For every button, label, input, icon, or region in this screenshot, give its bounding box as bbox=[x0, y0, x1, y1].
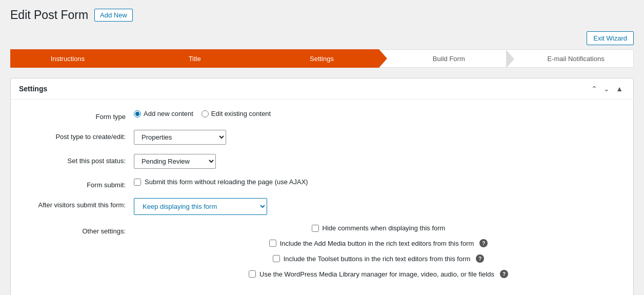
hide-comments-checkbox[interactable] bbox=[312, 225, 319, 232]
toggle-button[interactable]: ▲ bbox=[614, 84, 625, 94]
radio-add-new-input[interactable] bbox=[134, 110, 141, 117]
toolset-buttons-option[interactable]: Include the Toolset buttons in the rich … bbox=[273, 254, 485, 263]
other-settings-label: Other settings: bbox=[21, 224, 134, 235]
radio-edit-existing[interactable]: Edit existing content bbox=[202, 110, 271, 117]
wizard-steps: Instructions Title Settings Build Form E… bbox=[10, 49, 634, 68]
after-submit-row: After visitors submit this form: Keep di… bbox=[11, 198, 633, 215]
add-media-help-icon[interactable]: ? bbox=[479, 239, 488, 247]
collapse-up-button[interactable]: ⌃ bbox=[589, 84, 599, 94]
exit-wizard-row: Exit Wizard bbox=[0, 27, 644, 49]
settings-panel: Settings ⌃ ⌄ ▲ Form type Add new content… bbox=[10, 78, 634, 295]
radio-edit-existing-input[interactable] bbox=[202, 110, 209, 117]
media-library-option[interactable]: Use the WordPress Media Library manager … bbox=[249, 270, 508, 278]
post-type-row: Post type to create/edit: Properties bbox=[11, 130, 633, 145]
settings-body: Form type Add new content Edit existing … bbox=[11, 100, 633, 295]
other-settings-content: Hide comments when displaying this form … bbox=[134, 224, 623, 278]
form-submit-row: Form submit: Submit this form without re… bbox=[11, 178, 633, 189]
other-settings-row: Other settings: Hide comments when displ… bbox=[11, 224, 633, 278]
after-submit-select[interactable]: Keep displaying this form Redirect to UR… bbox=[134, 198, 267, 215]
add-media-checkbox[interactable] bbox=[269, 240, 276, 247]
exit-wizard-button[interactable]: Exit Wizard bbox=[587, 31, 634, 45]
toolset-buttons-checkbox[interactable] bbox=[273, 255, 280, 262]
step-settings[interactable]: Settings bbox=[252, 49, 379, 68]
post-status-select[interactable]: Pending Review Draft Published bbox=[134, 154, 216, 169]
radio-add-new[interactable]: Add new content bbox=[134, 110, 193, 117]
add-new-button[interactable]: Add New bbox=[94, 9, 133, 22]
ajax-checkbox[interactable] bbox=[134, 179, 141, 186]
settings-panel-controls: ⌃ ⌄ ▲ bbox=[589, 84, 625, 94]
hide-comments-option[interactable]: Hide comments when displaying this form bbox=[312, 224, 446, 232]
post-type-content: Properties bbox=[134, 130, 623, 145]
page-title: Edit Post Form bbox=[10, 8, 88, 22]
post-status-content: Pending Review Draft Published bbox=[134, 154, 623, 169]
settings-panel-title: Settings bbox=[19, 85, 47, 93]
form-type-radio-group: Add new content Edit existing content bbox=[134, 110, 271, 117]
collapse-down-button[interactable]: ⌄ bbox=[601, 84, 612, 94]
step-email-notifications[interactable]: E-mail Notifications bbox=[506, 49, 634, 68]
after-submit-label: After visitors submit this form: bbox=[21, 198, 134, 209]
add-media-option[interactable]: Include the Add Media button in the rich… bbox=[269, 239, 488, 247]
toolset-buttons-help-icon[interactable]: ? bbox=[476, 254, 484, 263]
step-instructions[interactable]: Instructions bbox=[10, 49, 125, 68]
form-submit-label: Form submit: bbox=[21, 178, 134, 189]
media-library-help-icon[interactable]: ? bbox=[500, 270, 508, 278]
settings-panel-header: Settings ⌃ ⌄ ▲ bbox=[11, 78, 633, 100]
ajax-checkbox-label[interactable]: Submit this form without reloading the p… bbox=[134, 178, 308, 186]
form-type-content: Add new content Edit existing content bbox=[134, 110, 623, 117]
post-type-select[interactable]: Properties bbox=[134, 130, 226, 145]
post-status-row: Set this post status: Pending Review Dra… bbox=[11, 154, 633, 169]
post-status-label: Set this post status: bbox=[21, 154, 134, 165]
ajax-label: Submit this form without reloading the p… bbox=[145, 178, 308, 186]
step-title[interactable]: Title bbox=[125, 49, 252, 68]
step-build-form[interactable]: Build Form bbox=[379, 49, 506, 68]
page-header: Edit Post Form Add New bbox=[0, 0, 644, 27]
media-library-checkbox[interactable] bbox=[249, 270, 256, 278]
form-submit-content: Submit this form without reloading the p… bbox=[134, 178, 623, 186]
post-type-label: Post type to create/edit: bbox=[21, 130, 134, 141]
form-type-row: Form type Add new content Edit existing … bbox=[11, 110, 633, 121]
form-type-label: Form type bbox=[21, 110, 134, 121]
after-submit-content: Keep displaying this form Redirect to UR… bbox=[134, 198, 623, 215]
